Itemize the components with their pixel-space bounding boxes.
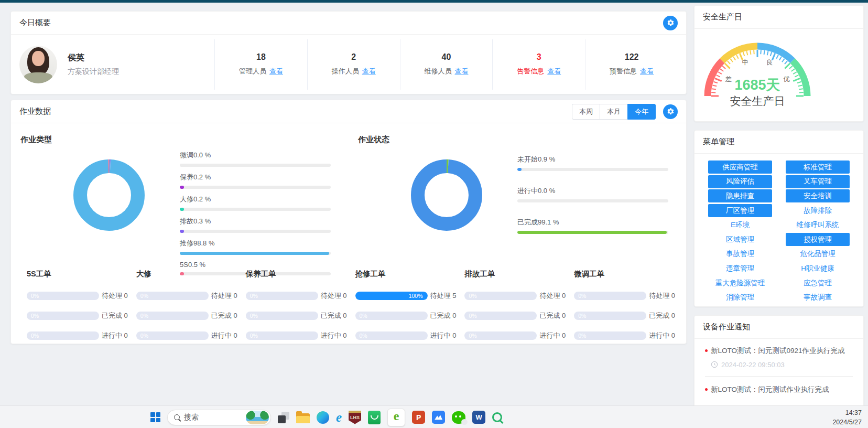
menu-item-11[interactable]: 区域管理 — [708, 233, 772, 246]
menu-item-13[interactable]: 事故管理 — [708, 248, 772, 261]
file-explorer-icon[interactable] — [296, 413, 310, 423]
menu-item-6[interactable]: 安全培训 — [786, 189, 850, 202]
order-row: 0%待处理 0 — [246, 291, 347, 301]
windows-start-button[interactable] — [150, 412, 160, 422]
overview-settings-button[interactable] — [663, 16, 678, 30]
taskbar-search[interactable]: 搜索 — [167, 410, 271, 425]
order-title: 排故工单 — [464, 269, 566, 281]
stat-label-row: 管理人员查看 — [239, 67, 283, 76]
progress-percent: 0% — [250, 313, 258, 319]
range-tab-3[interactable]: 今年 — [627, 104, 656, 120]
gauge-tick — [746, 51, 747, 55]
range-tab-1[interactable]: 本周 — [572, 104, 600, 120]
order-row: 0%待处理 0 — [27, 291, 128, 301]
range-tab-2[interactable]: 本月 — [600, 104, 628, 120]
view-link[interactable]: 查看 — [269, 67, 283, 75]
menu-item-9[interactable]: E环境 — [708, 219, 772, 232]
legend-fill — [180, 208, 184, 211]
legend-fill — [180, 252, 329, 255]
search-tool-icon[interactable] — [492, 412, 502, 422]
gear-icon — [667, 19, 675, 27]
notices-header: 设备作业通知 — [695, 316, 863, 339]
progress-percent: 0% — [578, 313, 586, 319]
menu-item-20[interactable]: 事故调查 — [786, 291, 850, 304]
progress-percent: 100% — [409, 293, 423, 299]
gauge-tick — [767, 51, 768, 55]
progress-percent: 0% — [360, 333, 367, 339]
legend-label: 已完成99.1 % — [517, 218, 668, 227]
menu-item-7[interactable]: 厂区管理 — [708, 204, 772, 217]
view-link[interactable]: 查看 — [454, 67, 468, 75]
menu-item-4[interactable]: 叉车管理 — [786, 175, 850, 188]
menu-item-16[interactable]: H职业健康 — [786, 262, 850, 275]
order-row: 0%待处理 0 — [464, 291, 566, 301]
legend-item: 抢修98.8 % — [180, 239, 331, 255]
today-overview-card: 今日概要 侯英 方案设计部经理 18管理人员查看2操作人员查看40维修人员查看3… — [10, 11, 687, 94]
word-icon[interactable]: W — [472, 411, 485, 424]
work-data-settings-button[interactable] — [663, 104, 678, 119]
task-view-icon[interactable] — [278, 412, 289, 423]
legend-track — [517, 168, 668, 171]
order-count-label: 已完成 0 — [321, 311, 347, 320]
order-row: 0%进行中 0 — [27, 331, 128, 340]
stat-label: 告警信息 — [517, 67, 544, 75]
order-title: 5S工单 — [27, 269, 128, 281]
legend-label: 微调0.0 % — [180, 151, 331, 160]
browser-360-icon[interactable]: e — [387, 409, 405, 426]
menu-item-3[interactable]: 风险评估 — [708, 175, 772, 188]
stat-block-3: 40维修人员查看 — [400, 39, 493, 90]
windows-taskbar: 搜索 eLHSePW 14:37 2024/5/27 — [0, 405, 868, 428]
view-link[interactable]: 查看 — [547, 67, 561, 75]
gauge-tick — [743, 52, 744, 56]
wechat-icon[interactable] — [452, 411, 465, 424]
menu-item-8[interactable]: 故障排除 — [786, 204, 850, 217]
taskbar-clock[interactable]: 14:37 2024/5/27 — [832, 409, 862, 427]
mountain-app-icon[interactable] — [432, 411, 445, 424]
menu-item-14[interactable]: 危化品管理 — [786, 248, 850, 261]
gauge-tick — [776, 55, 778, 59]
ie-browser-icon[interactable]: e — [336, 412, 342, 423]
edge-browser-icon[interactable] — [317, 411, 329, 424]
app-store-icon[interactable] — [368, 411, 381, 424]
gauge-tick — [785, 63, 790, 69]
menu-item-10[interactable]: 维修呼叫系统 — [786, 219, 850, 232]
orders-row: 5S工单0%待处理 00%已完成 00%进行中 0大修0%待处理 00%已完成 … — [27, 269, 674, 340]
gauge-tick — [785, 61, 787, 64]
progress-percent: 0% — [469, 293, 476, 299]
view-link[interactable]: 查看 — [640, 67, 654, 75]
notices-title: 设备作业通知 — [703, 322, 750, 332]
overview-stats: 18管理人员查看2操作人员查看40维修人员查看3告警信息查看122预警信息查看 — [214, 39, 678, 90]
order-count-label: 进行中 0 — [321, 331, 347, 340]
menu-item-18[interactable]: 应急管理 — [786, 276, 850, 290]
menu-item-15[interactable]: 违章管理 — [708, 262, 772, 275]
legend-track — [180, 208, 331, 211]
menu-item-2[interactable]: 标准管理 — [786, 160, 850, 174]
menu-title: 菜单管理 — [703, 137, 734, 147]
search-icon — [174, 414, 180, 420]
gauge-tick — [717, 75, 720, 77]
menu-item-5[interactable]: 隐患排查 — [708, 189, 772, 202]
order-title: 保养工单 — [246, 269, 347, 281]
order-row: 0%已完成 0 — [27, 311, 128, 320]
legend-track — [180, 186, 331, 189]
legend-track — [517, 231, 668, 234]
view-link[interactable]: 查看 — [362, 67, 376, 75]
menu-item-1[interactable]: 供应商管理 — [708, 160, 772, 174]
taskbar-center: 搜索 eLHSePW — [150, 406, 502, 428]
menu-item-17[interactable]: 重大危险源管理 — [708, 276, 772, 290]
legend-track — [180, 164, 331, 167]
legend-item: 已完成99.1 % — [517, 218, 668, 234]
order-row: 100%待处理 5 — [355, 291, 457, 301]
stat-block-4: 3告警信息查看 — [492, 39, 585, 90]
lhs-app-icon[interactable]: LHS — [349, 411, 361, 424]
powerpoint-icon[interactable]: P — [412, 411, 425, 424]
gauge-zone-label: 良 — [766, 59, 773, 66]
order-count-label: 待处理 0 — [211, 291, 237, 301]
menu-item-19[interactable]: 消除管理 — [708, 291, 772, 304]
progress-percent: 0% — [469, 333, 476, 339]
menu-item-12[interactable]: 授权管理 — [786, 233, 850, 246]
order-count-label: 已完成 0 — [539, 311, 566, 320]
progress-pill: 0% — [355, 331, 428, 340]
progress-percent: 0% — [578, 293, 586, 299]
order-row: 0%进行中 0 — [355, 331, 457, 340]
